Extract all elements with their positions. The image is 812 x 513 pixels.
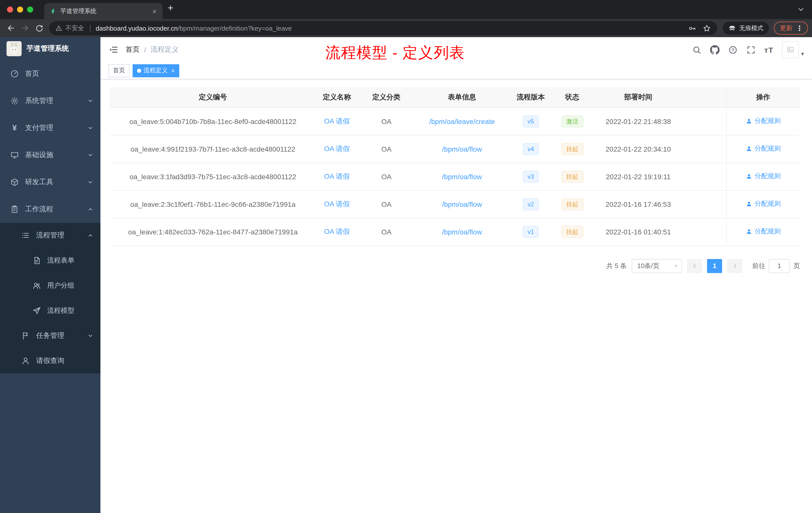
user-avatar[interactable] — [782, 41, 799, 58]
app-logo[interactable]: 芋道管理系统 — [0, 37, 100, 60]
sidebar-item-home[interactable]: 首页 — [0, 60, 100, 87]
browser-toolbar: 不安全 dashboard.yudao.iocoder.cn/bpm/manag… — [0, 19, 812, 37]
address-bar[interactable]: 不安全 dashboard.yudao.iocoder.cn/bpm/manag… — [49, 21, 717, 35]
definition-category: OA — [357, 218, 415, 245]
forward-button[interactable] — [18, 21, 32, 35]
sidebar-item-payment-management[interactable]: ¥ 支付管理 — [0, 115, 100, 142]
column-header: 部署时间 — [591, 87, 685, 108]
gear-icon — [10, 96, 19, 105]
filler-cell — [685, 218, 726, 245]
sidebar-item-dev-tools[interactable]: 研发工具 — [0, 169, 100, 196]
sidebar-item-process-model[interactable]: 流程模型 — [0, 298, 100, 323]
definition-name-link[interactable]: OA 请假 — [324, 117, 350, 125]
person-icon — [746, 118, 752, 124]
definition-table: 定义编号 定义名称 定义分类 表单信息 流程版本 状态 部署时间 操作 — [110, 87, 800, 246]
browser-menu-icon[interactable]: ⋮ — [796, 24, 803, 32]
tab-strip: 芋道管理系统 × + — [0, 0, 812, 19]
sidebar-item-infrastructure[interactable]: 基础设施 — [0, 142, 100, 169]
search-button[interactable] — [692, 45, 701, 55]
menu-fold-icon — [109, 45, 118, 55]
chevron-down-icon — [87, 98, 93, 104]
goto-page-input[interactable] — [769, 259, 790, 273]
definition-name-link[interactable]: OA 请假 — [324, 172, 350, 180]
password-key-icon[interactable] — [688, 24, 696, 32]
paper-plane-icon — [32, 306, 41, 315]
document-icon — [32, 256, 41, 265]
table-row: oa_leave:2:3c1f0ef1-76b1-11ec-9c66-a2380… — [110, 190, 800, 218]
tag-process-definition[interactable]: 流程定义 × — [133, 64, 179, 77]
current-page[interactable]: 1 — [707, 259, 722, 273]
divider — [90, 25, 90, 32]
form-link[interactable]: /bpm/oa/flow — [442, 228, 482, 236]
definition-id: oa_leave:2:3c1f0ef1-76b1-11ec-9c66-a2380… — [110, 190, 316, 218]
version-badge: v5 — [522, 115, 539, 127]
clipboard-icon — [10, 205, 19, 214]
github-icon — [710, 45, 720, 55]
browser-tab-active[interactable]: 芋道管理系统 × — [44, 3, 163, 19]
sidebar-item-task-management[interactable]: 任务管理 — [0, 323, 100, 349]
chevron-up-icon — [87, 233, 93, 238]
definition-name-link[interactable]: OA 请假 — [324, 227, 350, 235]
warning-icon — [55, 25, 62, 32]
main-area: 首页 / 流程定义 ? т — [100, 37, 812, 513]
logo-avatar-image — [6, 41, 22, 56]
window-zoom-button[interactable] — [27, 6, 33, 12]
sidebar-item-leave-query[interactable]: 请假查询 — [0, 349, 100, 373]
definition-name-link[interactable]: OA 请假 — [324, 144, 350, 152]
tab-search-button[interactable] — [797, 5, 805, 13]
assign-rule-button[interactable]: 分配规则 — [746, 227, 781, 236]
github-button[interactable] — [710, 45, 720, 55]
assign-rule-button[interactable]: 分配规则 — [746, 200, 781, 209]
help-button[interactable]: ? — [728, 45, 738, 55]
caret-down-icon: ▾ — [675, 263, 677, 269]
sidebar-item-process-management[interactable]: 流程管理 — [0, 223, 100, 248]
assign-rule-button[interactable]: 分配规则 — [746, 117, 781, 126]
assign-rule-button[interactable]: 分配规则 — [746, 144, 781, 153]
user-menu[interactable]: ▾ — [782, 41, 804, 58]
column-header: 定义分类 — [357, 87, 415, 108]
person-icon — [746, 146, 752, 152]
security-label[interactable]: 不安全 — [65, 24, 84, 32]
goto-label: 前往 — [752, 261, 765, 270]
font-size-icon[interactable]: тT — [764, 46, 774, 54]
form-link[interactable]: /bpm/oa/flow — [442, 200, 482, 208]
filler-cell — [685, 190, 726, 218]
menu-fold-button[interactable] — [109, 45, 118, 55]
status-badge: 挂起 — [561, 143, 583, 155]
form-link[interactable]: /bpm/oa/leave/create — [429, 117, 495, 125]
definition-category: OA — [357, 135, 415, 163]
breadcrumb-home[interactable]: 首页 — [125, 45, 140, 54]
breadcrumb-current: 流程定义 — [151, 45, 179, 54]
sidebar-item-process-form[interactable]: 流程表单 — [0, 248, 100, 273]
tag-home[interactable]: 首页 — [109, 64, 129, 77]
page-unit: 页 — [793, 261, 800, 270]
definition-id: oa_leave:4:991f2193-7b7f-11ec-a3c8-acde4… — [110, 135, 316, 163]
back-button[interactable] — [4, 21, 18, 35]
bookmark-star-icon[interactable] — [702, 24, 711, 32]
fullscreen-button[interactable] — [746, 45, 756, 55]
prev-page-button[interactable] — [687, 259, 702, 273]
new-tab-button[interactable]: + — [163, 2, 178, 17]
definition-id: oa_leave:1:482ec033-762a-11ec-8477-a2380… — [110, 218, 316, 245]
reload-button[interactable] — [32, 21, 46, 35]
sidebar-item-user-group[interactable]: 用户分组 — [0, 273, 100, 298]
tag-close-icon[interactable]: × — [171, 67, 175, 73]
dashboard-icon — [10, 69, 19, 78]
window-minimize-button[interactable] — [17, 6, 23, 12]
chrome-update-button[interactable]: 更新 ⋮ — [774, 22, 808, 35]
window-close-button[interactable] — [7, 6, 13, 12]
definition-category: OA — [357, 190, 415, 218]
update-label: 更新 — [780, 24, 792, 32]
form-link[interactable]: /bpm/oa/flow — [442, 145, 482, 153]
person-icon — [746, 173, 752, 180]
form-link[interactable]: /bpm/oa/flow — [442, 173, 482, 180]
chevron-down-icon — [87, 152, 93, 158]
next-page-button[interactable] — [727, 259, 742, 273]
sidebar-item-system-management[interactable]: 系统管理 — [0, 87, 100, 115]
reload-icon — [35, 24, 44, 32]
tab-close-icon[interactable]: × — [151, 7, 158, 15]
sidebar-item-workflow[interactable]: 工作流程 — [0, 196, 100, 223]
definition-name-link[interactable]: OA 请假 — [324, 200, 350, 208]
page-size-select[interactable]: 10条/页 ▾ — [632, 259, 682, 273]
assign-rule-button[interactable]: 分配规则 — [746, 172, 781, 181]
